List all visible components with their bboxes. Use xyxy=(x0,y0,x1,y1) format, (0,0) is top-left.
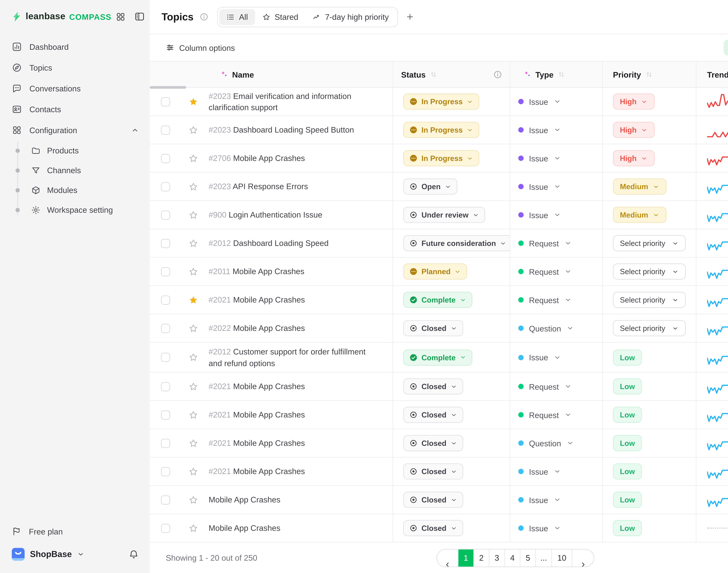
type-cell[interactable]: Request xyxy=(510,286,603,314)
star-icon[interactable] xyxy=(188,495,198,505)
type-cell[interactable]: Request xyxy=(510,229,603,257)
page-button-2[interactable]: 2 xyxy=(474,549,489,566)
star-icon[interactable] xyxy=(188,181,198,192)
star-icon[interactable] xyxy=(188,153,198,163)
header-status[interactable]: Status xyxy=(393,61,510,87)
horizontal-scrollbar[interactable] xyxy=(150,86,186,89)
status-dropdown[interactable]: In Progress xyxy=(403,150,479,166)
sidebar-subitem-channels[interactable]: Channels xyxy=(0,160,150,180)
row-checkbox[interactable] xyxy=(161,239,170,248)
type-cell[interactable]: Issue xyxy=(510,88,603,115)
priority-dropdown[interactable]: Medium xyxy=(613,207,667,223)
next-page-button[interactable] xyxy=(572,563,594,566)
status-dropdown[interactable]: Closed xyxy=(403,378,463,395)
priority-dropdown[interactable]: Low xyxy=(613,435,642,451)
status-dropdown[interactable]: Closed xyxy=(403,492,463,508)
row-checkbox[interactable] xyxy=(161,382,170,391)
header-name[interactable]: Name xyxy=(202,61,393,87)
priority-dropdown[interactable]: Select priority xyxy=(613,320,686,336)
status-dropdown[interactable]: Closed xyxy=(403,435,463,451)
star-icon[interactable] xyxy=(188,97,198,107)
header-type[interactable]: Type xyxy=(510,61,603,87)
type-cell[interactable]: Issue xyxy=(510,514,603,542)
type-cell[interactable]: Issue xyxy=(510,116,603,144)
type-cell[interactable]: Issue xyxy=(510,173,603,201)
sidebar-item-topics[interactable]: Topics xyxy=(0,57,150,78)
priority-dropdown[interactable]: Low xyxy=(613,378,642,395)
status-dropdown[interactable]: Complete xyxy=(403,292,472,308)
priority-dropdown[interactable]: Low xyxy=(613,492,642,508)
page-ellipsis[interactable]: ... xyxy=(536,549,552,566)
row-checkbox[interactable] xyxy=(161,438,170,448)
sort-arrows-icon[interactable] xyxy=(645,70,653,78)
star-icon[interactable] xyxy=(188,523,198,533)
add-view-button[interactable] xyxy=(405,12,415,21)
star-icon[interactable] xyxy=(188,125,198,135)
filter-pill[interactable]: Filter: 2 xyxy=(724,40,728,56)
table-row[interactable]: #2021 Mobile App CrashesClosedRequestLow… xyxy=(150,401,728,429)
star-icon[interactable] xyxy=(188,295,198,305)
priority-dropdown[interactable]: Medium xyxy=(613,178,667,195)
star-icon[interactable] xyxy=(188,438,198,448)
sidebar-item-configuration[interactable]: Configuration xyxy=(0,120,150,141)
sidebar-item-conversations[interactable]: Conversations xyxy=(0,78,150,99)
star-icon[interactable] xyxy=(188,381,198,392)
table-row[interactable]: #2021 Mobile App CrashesCompleteRequestS… xyxy=(150,286,728,314)
notifications-bell-icon[interactable] xyxy=(129,549,139,560)
page-button-3[interactable]: 3 xyxy=(489,549,505,566)
status-dropdown[interactable]: Planned xyxy=(403,263,467,279)
column-options-button[interactable]: Column options xyxy=(166,43,235,52)
status-dropdown[interactable]: In Progress xyxy=(403,122,479,138)
table-row[interactable]: #2023 Email verification and information… xyxy=(150,88,728,116)
priority-dropdown[interactable]: High xyxy=(613,122,655,138)
sidebar-subitem-workspace-setting[interactable]: Workspace setting xyxy=(0,200,150,220)
priority-dropdown[interactable]: High xyxy=(613,150,655,166)
status-dropdown[interactable]: Under review xyxy=(403,207,485,223)
status-dropdown[interactable]: Closed xyxy=(403,320,463,336)
sort-arrows-icon[interactable] xyxy=(429,70,437,78)
free-plan-item[interactable]: Free plan xyxy=(12,521,139,542)
status-dropdown[interactable]: Complete xyxy=(403,349,472,365)
row-checkbox[interactable] xyxy=(161,97,170,106)
row-checkbox[interactable] xyxy=(161,353,170,362)
priority-dropdown[interactable]: Low xyxy=(613,463,642,479)
row-checkbox[interactable] xyxy=(161,467,170,476)
table-row[interactable]: #2021 Mobile App CrashesClosedQuestionLo… xyxy=(150,429,728,458)
sidebar-item-contacts[interactable]: Contacts xyxy=(0,99,150,120)
table-row[interactable]: #2012 Customer support for order fulfill… xyxy=(150,343,728,373)
table-row[interactable]: #2023 Dashboard Loading Speed ButtonIn P… xyxy=(150,116,728,144)
type-cell[interactable]: Issue xyxy=(510,458,603,485)
status-dropdown[interactable]: Open xyxy=(403,178,457,195)
table-row[interactable]: #2021 Mobile App CrashesClosedIssueLow70… xyxy=(150,458,728,486)
status-dropdown[interactable]: Closed xyxy=(403,407,463,423)
status-dropdown[interactable]: Closed xyxy=(403,520,463,536)
row-checkbox[interactable] xyxy=(161,210,170,219)
sidebar-toggle-icon[interactable] xyxy=(134,11,145,22)
table-row[interactable]: Mobile App CrashesClosedIssueLow70M xyxy=(150,486,728,514)
table-row[interactable]: #2012 Dashboard Loading SpeedFuture cons… xyxy=(150,229,728,258)
row-checkbox[interactable] xyxy=(161,324,170,332)
row-checkbox[interactable] xyxy=(161,410,170,419)
row-checkbox[interactable] xyxy=(161,182,170,191)
app-launcher-icon[interactable] xyxy=(116,11,126,22)
table-row[interactable]: #2706 Mobile App CrashesIn ProgressIssue… xyxy=(150,144,728,173)
row-checkbox[interactable] xyxy=(161,295,170,304)
type-cell[interactable]: Request xyxy=(510,401,603,429)
priority-dropdown[interactable]: Select priority xyxy=(613,292,686,308)
star-icon[interactable] xyxy=(188,266,198,277)
type-cell[interactable]: Question xyxy=(510,314,603,342)
type-cell[interactable]: Issue xyxy=(510,201,603,229)
star-icon[interactable] xyxy=(188,410,198,420)
table-row[interactable]: #2022 Mobile App CrashesClosedQuestionSe… xyxy=(150,314,728,343)
header-trend[interactable]: Trend xyxy=(696,61,728,87)
workspace-switcher[interactable]: ShopBase xyxy=(12,542,139,567)
header-priority[interactable]: Priority xyxy=(603,61,696,87)
priority-dropdown[interactable]: High xyxy=(613,94,655,110)
type-cell[interactable]: Request xyxy=(510,372,603,400)
type-cell[interactable]: Issue xyxy=(510,343,603,372)
page-button-5[interactable]: 5 xyxy=(520,549,536,566)
page-button-4[interactable]: 4 xyxy=(505,549,521,566)
table-row[interactable]: #2023 API Response ErrorsOpenIssueMedium… xyxy=(150,173,728,201)
view-tab-stared[interactable]: Stared xyxy=(255,9,305,25)
page-button-10[interactable]: 10 xyxy=(552,549,572,566)
